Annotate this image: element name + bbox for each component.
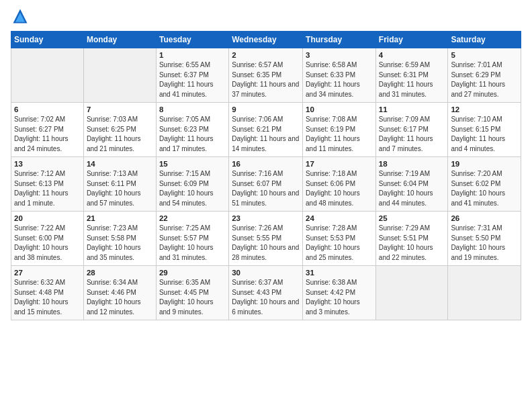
day-number: 5 (451, 51, 518, 59)
calendar-cell: 1Sunrise: 6:55 AM Sunset: 6:37 PM Daylig… (156, 48, 228, 103)
calendar-cell: 9Sunrise: 7:06 AM Sunset: 6:21 PM Daylig… (229, 103, 303, 157)
calendar-cell: 16Sunrise: 7:16 AM Sunset: 6:07 PM Dayli… (229, 157, 303, 212)
calendar-cell: 20Sunrise: 7:22 AM Sunset: 6:00 PM Dayli… (11, 212, 84, 266)
day-info: Sunrise: 7:22 AM Sunset: 6:00 PM Dayligh… (14, 224, 81, 263)
day-info: Sunrise: 6:55 AM Sunset: 6:37 PM Dayligh… (159, 60, 226, 99)
calendar-cell: 12Sunrise: 7:10 AM Sunset: 6:15 PM Dayli… (448, 103, 521, 157)
day-number: 8 (159, 105, 226, 113)
calendar-cell: 27Sunrise: 6:32 AM Sunset: 4:48 PM Dayli… (11, 266, 84, 320)
day-info: Sunrise: 7:12 AM Sunset: 6:13 PM Dayligh… (14, 169, 81, 208)
day-info: Sunrise: 7:16 AM Sunset: 6:07 PM Dayligh… (232, 169, 300, 208)
calendar-header-saturday: Saturday (448, 32, 521, 48)
calendar-cell: 31Sunrise: 6:38 AM Sunset: 4:42 PM Dayli… (303, 266, 376, 320)
day-number: 12 (451, 105, 518, 113)
calendar-table: SundayMondayTuesdayWednesdayThursdayFrid… (11, 31, 521, 320)
calendar-week-row: 27Sunrise: 6:32 AM Sunset: 4:48 PM Dayli… (11, 266, 521, 320)
calendar-cell: 17Sunrise: 7:18 AM Sunset: 6:06 PM Dayli… (303, 157, 376, 212)
calendar-cell: 24Sunrise: 7:28 AM Sunset: 5:53 PM Dayli… (303, 212, 376, 266)
day-info: Sunrise: 7:29 AM Sunset: 5:51 PM Dayligh… (379, 224, 445, 263)
calendar-cell (83, 48, 156, 103)
day-number: 13 (14, 160, 81, 168)
day-number: 15 (159, 160, 226, 168)
day-number: 11 (379, 105, 445, 113)
calendar-cell: 19Sunrise: 7:20 AM Sunset: 6:02 PM Dayli… (448, 157, 521, 212)
calendar-cell: 28Sunrise: 6:34 AM Sunset: 4:46 PM Dayli… (83, 266, 156, 320)
header (11, 7, 521, 26)
calendar-header-tuesday: Tuesday (156, 32, 228, 48)
day-info: Sunrise: 6:57 AM Sunset: 6:35 PM Dayligh… (232, 60, 300, 99)
calendar-cell: 23Sunrise: 7:26 AM Sunset: 5:55 PM Dayli… (229, 212, 303, 266)
day-info: Sunrise: 7:06 AM Sunset: 6:21 PM Dayligh… (232, 115, 300, 154)
day-number: 29 (159, 269, 226, 277)
calendar-cell (448, 266, 521, 320)
calendar-cell: 11Sunrise: 7:09 AM Sunset: 6:17 PM Dayli… (375, 103, 448, 157)
day-number: 30 (232, 269, 300, 277)
day-info: Sunrise: 7:05 AM Sunset: 6:23 PM Dayligh… (159, 115, 226, 154)
calendar-cell: 6Sunrise: 7:02 AM Sunset: 6:27 PM Daylig… (11, 103, 84, 157)
calendar-cell: 7Sunrise: 7:03 AM Sunset: 6:25 PM Daylig… (83, 103, 156, 157)
day-info: Sunrise: 7:18 AM Sunset: 6:06 PM Dayligh… (306, 169, 373, 208)
day-info: Sunrise: 7:31 AM Sunset: 5:50 PM Dayligh… (451, 224, 518, 263)
day-number: 26 (451, 214, 518, 222)
day-number: 14 (87, 160, 153, 168)
calendar-header-monday: Monday (83, 32, 156, 48)
day-number: 4 (379, 51, 445, 59)
calendar-week-row: 20Sunrise: 7:22 AM Sunset: 6:00 PM Dayli… (11, 212, 521, 266)
day-number: 21 (87, 214, 153, 222)
calendar-cell: 14Sunrise: 7:13 AM Sunset: 6:11 PM Dayli… (83, 157, 156, 212)
day-number: 22 (159, 214, 226, 222)
day-number: 3 (306, 51, 373, 59)
day-info: Sunrise: 7:01 AM Sunset: 6:29 PM Dayligh… (451, 60, 518, 99)
day-number: 20 (14, 214, 81, 222)
day-info: Sunrise: 7:09 AM Sunset: 6:17 PM Dayligh… (379, 115, 445, 154)
day-number: 7 (87, 105, 153, 113)
day-number: 18 (379, 160, 445, 168)
calendar-cell: 8Sunrise: 7:05 AM Sunset: 6:23 PM Daylig… (156, 103, 228, 157)
day-info: Sunrise: 7:02 AM Sunset: 6:27 PM Dayligh… (14, 115, 81, 154)
calendar-cell (11, 48, 84, 103)
logo-icon (11, 7, 30, 26)
day-info: Sunrise: 7:10 AM Sunset: 6:15 PM Dayligh… (451, 115, 518, 154)
day-info: Sunrise: 7:08 AM Sunset: 6:19 PM Dayligh… (306, 115, 373, 154)
calendar-week-row: 13Sunrise: 7:12 AM Sunset: 6:13 PM Dayli… (11, 157, 521, 212)
day-number: 9 (232, 105, 300, 113)
day-info: Sunrise: 7:03 AM Sunset: 6:25 PM Dayligh… (87, 115, 153, 154)
day-info: Sunrise: 7:28 AM Sunset: 5:53 PM Dayligh… (306, 224, 373, 263)
calendar-cell: 26Sunrise: 7:31 AM Sunset: 5:50 PM Dayli… (448, 212, 521, 266)
day-number: 24 (306, 214, 373, 222)
page: SundayMondayTuesdayWednesdayThursdayFrid… (0, 0, 532, 411)
calendar-header-row: SundayMondayTuesdayWednesdayThursdayFrid… (11, 32, 521, 48)
calendar-cell: 18Sunrise: 7:19 AM Sunset: 6:04 PM Dayli… (375, 157, 448, 212)
calendar-cell: 29Sunrise: 6:35 AM Sunset: 4:45 PM Dayli… (156, 266, 228, 320)
calendar-cell: 21Sunrise: 7:23 AM Sunset: 5:58 PM Dayli… (83, 212, 156, 266)
day-info: Sunrise: 6:34 AM Sunset: 4:46 PM Dayligh… (87, 278, 153, 317)
day-number: 31 (306, 269, 373, 277)
day-info: Sunrise: 7:15 AM Sunset: 6:09 PM Dayligh… (159, 169, 226, 208)
day-number: 28 (87, 269, 153, 277)
day-number: 19 (451, 160, 518, 168)
day-number: 23 (232, 214, 300, 222)
day-info: Sunrise: 6:58 AM Sunset: 6:33 PM Dayligh… (306, 60, 373, 99)
calendar-header-thursday: Thursday (303, 32, 376, 48)
day-number: 25 (379, 214, 445, 222)
day-number: 2 (232, 51, 300, 59)
day-number: 27 (14, 269, 81, 277)
day-info: Sunrise: 7:19 AM Sunset: 6:04 PM Dayligh… (379, 169, 445, 208)
calendar-header-sunday: Sunday (11, 32, 84, 48)
day-info: Sunrise: 7:25 AM Sunset: 5:57 PM Dayligh… (159, 224, 226, 263)
calendar-week-row: 1Sunrise: 6:55 AM Sunset: 6:37 PM Daylig… (11, 48, 521, 103)
calendar-cell: 22Sunrise: 7:25 AM Sunset: 5:57 PM Dayli… (156, 212, 228, 266)
calendar-cell: 25Sunrise: 7:29 AM Sunset: 5:51 PM Dayli… (375, 212, 448, 266)
day-info: Sunrise: 7:13 AM Sunset: 6:11 PM Dayligh… (87, 169, 153, 208)
calendar-cell: 4Sunrise: 6:59 AM Sunset: 6:31 PM Daylig… (375, 48, 448, 103)
calendar-week-row: 6Sunrise: 7:02 AM Sunset: 6:27 PM Daylig… (11, 103, 521, 157)
calendar-cell: 10Sunrise: 7:08 AM Sunset: 6:19 PM Dayli… (303, 103, 376, 157)
calendar-cell (375, 266, 448, 320)
day-info: Sunrise: 6:38 AM Sunset: 4:42 PM Dayligh… (306, 278, 373, 317)
day-info: Sunrise: 6:35 AM Sunset: 4:45 PM Dayligh… (159, 278, 226, 317)
day-info: Sunrise: 7:20 AM Sunset: 6:02 PM Dayligh… (451, 169, 518, 208)
day-info: Sunrise: 7:26 AM Sunset: 5:55 PM Dayligh… (232, 224, 300, 263)
calendar-header-wednesday: Wednesday (229, 32, 303, 48)
day-info: Sunrise: 7:23 AM Sunset: 5:58 PM Dayligh… (87, 224, 153, 263)
day-info: Sunrise: 6:59 AM Sunset: 6:31 PM Dayligh… (379, 60, 445, 99)
